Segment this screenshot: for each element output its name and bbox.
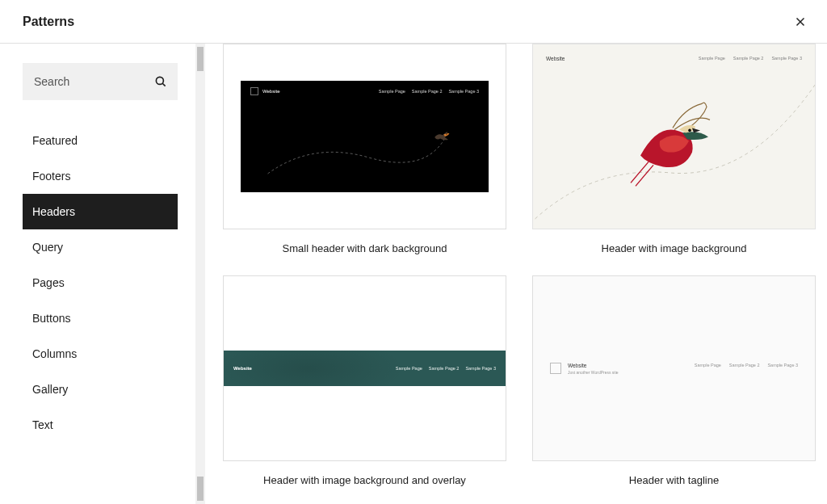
sidebar-item-footers[interactable]: Footers [23,158,178,194]
preview-menu-item: Sample Page 2 [733,56,764,61]
sidebar: Featured Footers Headers Query Pages But… [0,44,200,504]
preview-menu-item: Sample Page 2 [429,366,460,371]
preview-menu-item: Sample Page [379,89,405,94]
preview-menu-item: Sample Page [695,363,721,368]
sidebar-scrollbar-thumb-top[interactable] [197,47,204,71]
logo-placeholder-icon [550,363,561,374]
preview-site-name: Website [546,56,565,61]
modal-body: Featured Footers Headers Query Pages But… [0,44,827,504]
sidebar-item-columns[interactable]: Columns [23,336,178,372]
preview-menu-item: Sample Page 2 [412,89,443,94]
preview-tagline-wrap: Website Just another WordPress site Samp… [533,276,815,460]
sidebar-scrollbar-thumb-bottom[interactable] [197,477,204,501]
pattern-card-overlay[interactable]: Website Sample Page Sample Page 2 Sample… [223,275,506,486]
modal-header: Patterns [0,0,827,44]
preview-title-group: Website Just another WordPress site [568,363,619,375]
search-icon [153,74,168,89]
sidebar-item-gallery[interactable]: Gallery [23,372,178,407]
sidebar-scrollbar-track[interactable] [195,44,205,504]
modal-title: Patterns [23,15,74,29]
preview-menu-item: Sample Page [396,366,422,371]
pattern-caption: Header with image background [532,242,816,254]
pattern-preview: Website Sample Page Sample Page 2 Sample… [223,44,506,229]
close-button[interactable] [790,11,811,32]
pattern-card-tagline[interactable]: Website Just another WordPress site Samp… [532,275,816,486]
svg-point-1 [446,133,447,134]
preview-illustration [533,69,815,229]
sidebar-item-text[interactable]: Text [23,407,178,443]
close-icon [793,15,808,29]
preview-tagline-header: Website Just another WordPress site Samp… [550,363,798,375]
pattern-card-dark-header[interactable]: Website Sample Page Sample Page 2 Sample… [223,44,506,254]
preview-site-brand: Website Just another WordPress site [550,363,619,375]
category-list: Featured Footers Headers Query Pages But… [23,123,178,443]
preview-menu: Sample Page Sample Page 2 Sample Page 3 [379,89,479,94]
preview-menu-item: Sample Page 3 [767,363,798,368]
pattern-card-image-bg[interactable]: Website Sample Page Sample Page 2 Sample… [532,44,816,254]
preview-site-name: Website [568,363,619,368]
preview-menu-item: Sample Page 3 [771,56,802,61]
svg-point-2 [688,129,691,132]
sidebar-item-featured[interactable]: Featured [23,123,178,158]
bird-icon [626,92,723,189]
pattern-caption: Header with tagline [532,474,816,486]
sidebar-item-pages[interactable]: Pages [23,265,178,300]
preview-menu: Sample Page Sample Page 2 Sample Page 3 [699,56,802,61]
preview-site-name: Website [262,89,280,94]
bird-icon [431,126,454,145]
pattern-grid: Website Sample Page Sample Page 2 Sample… [223,44,816,486]
preview-dark-header: Website Sample Page Sample Page 2 Sample… [241,81,489,192]
preview-overlay-header: Website Sample Page Sample Page 2 Sample… [224,351,506,386]
preview-menu-item: Sample Page 3 [448,89,479,94]
pattern-preview: Website Sample Page Sample Page 2 Sample… [223,275,506,461]
pattern-preview: Website Sample Page Sample Page 2 Sample… [532,44,816,229]
svg-point-0 [156,77,163,84]
preview-site-name: Website [233,366,252,371]
preview-tagline-text: Just another WordPress site [568,370,619,375]
preview-illustration [261,129,468,178]
pattern-grid-container: Website Sample Page Sample Page 2 Sample… [200,44,827,504]
preview-topbar: Website Sample Page Sample Page 2 Sample… [533,44,815,73]
sidebar-item-buttons[interactable]: Buttons [23,300,178,336]
sidebar-item-headers[interactable]: Headers [23,194,178,229]
preview-menu-item: Sample Page 2 [729,363,760,368]
preview-menu: Sample Page Sample Page 2 Sample Page 3 [396,366,496,371]
preview-topbar: Website Sample Page Sample Page 2 Sample… [241,81,489,100]
preview-light-header: Website Sample Page Sample Page 2 Sample… [533,44,815,229]
sidebar-item-query[interactable]: Query [23,229,178,265]
preview-menu-item: Sample Page [699,56,725,61]
logo-placeholder-icon [250,87,258,95]
preview-menu: Sample Page Sample Page 2 Sample Page 3 [695,363,798,368]
preview-menu-item: Sample Page 3 [465,366,496,371]
pattern-caption: Small header with dark background [223,242,506,254]
preview-site-brand: Website [250,87,280,95]
search-wrap [23,63,178,100]
pattern-preview: Website Just another WordPress site Samp… [532,275,816,461]
pattern-caption: Header with image background and overlay [223,474,506,486]
